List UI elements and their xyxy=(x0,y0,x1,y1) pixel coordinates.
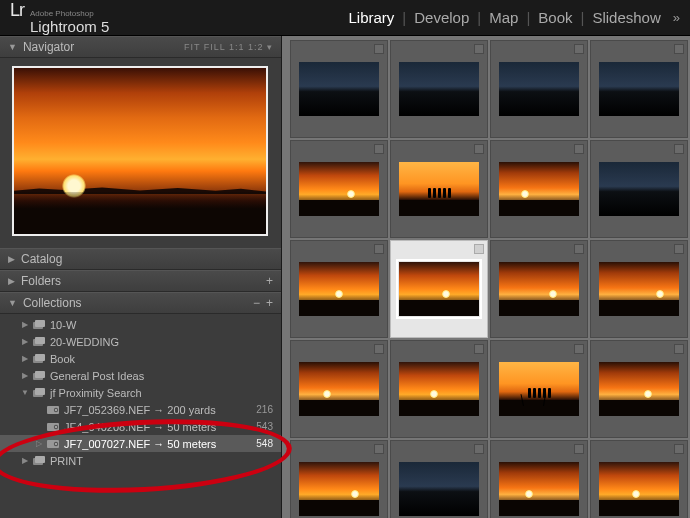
grid-cell[interactable] xyxy=(490,40,588,138)
collection-count: 216 xyxy=(250,404,273,415)
collections-tree: ▶10-W▶20-WEDDING▶Book▶General Post Ideas… xyxy=(0,314,281,475)
cell-badge-icon xyxy=(674,244,684,254)
module-develop[interactable]: Develop xyxy=(406,9,477,26)
thumbnail xyxy=(499,162,579,216)
grid-cell[interactable] xyxy=(290,240,388,338)
grid-cell[interactable] xyxy=(590,140,688,238)
cell-badge-icon xyxy=(674,44,684,54)
thumbnail xyxy=(399,262,479,316)
collection-row[interactable]: JF7_052369.NEF → 200 yards216 xyxy=(0,401,281,418)
navigator-preview[interactable] xyxy=(12,66,268,236)
collections-add-icon[interactable]: + xyxy=(266,296,273,310)
grid-cell[interactable] xyxy=(490,140,588,238)
collection-row[interactable]: ▶General Post Ideas xyxy=(0,367,281,384)
disclosure-icon: ▶ xyxy=(20,354,30,363)
folders-panel-header[interactable]: ▶ Folders + xyxy=(0,270,281,292)
thumbnail xyxy=(499,62,579,116)
cell-badge-icon xyxy=(474,144,484,154)
grid-cell[interactable] xyxy=(390,40,488,138)
collection-set-icon xyxy=(32,371,46,381)
cell-badge-icon xyxy=(574,244,584,254)
disclosure-icon: ▶ xyxy=(20,371,30,380)
thumbnail-grid xyxy=(282,36,690,518)
thumbnail xyxy=(399,362,479,416)
disclosure-icon: ▶ xyxy=(20,320,30,329)
collection-row[interactable]: ▷JF7_007027.NEF → 50 meters548 xyxy=(0,435,281,452)
disclosure-right-icon: ▶ xyxy=(8,276,15,286)
collection-row[interactable]: ▶20-WEDDING xyxy=(0,333,281,350)
collection-set-icon xyxy=(32,456,46,466)
svg-point-15 xyxy=(55,426,57,428)
thumbnail xyxy=(599,462,679,516)
collection-count: 548 xyxy=(250,438,273,449)
cell-badge-icon xyxy=(574,344,584,354)
collection-row[interactable]: ▼jf Proximity Search xyxy=(0,384,281,401)
module-map[interactable]: Map xyxy=(481,9,526,26)
thumbnail xyxy=(299,62,379,116)
collection-row[interactable]: ▶PRINT xyxy=(0,452,281,469)
thumbnail xyxy=(599,362,679,416)
collection-label: JF7_007027.NEF → 50 meters xyxy=(64,438,250,450)
collection-row[interactable]: ▶Book xyxy=(0,350,281,367)
grid-cell[interactable] xyxy=(590,40,688,138)
collection-label: jf Proximity Search xyxy=(50,387,273,399)
grid-cell[interactable] xyxy=(590,240,688,338)
thumbnail xyxy=(499,362,579,416)
grid-cell[interactable] xyxy=(290,440,388,518)
grid-cell[interactable] xyxy=(290,40,388,138)
product-name: Lightroom 5 xyxy=(30,18,109,35)
collection-row[interactable]: ▶10-W xyxy=(0,316,281,333)
cell-badge-icon xyxy=(374,244,384,254)
disclosure-icon: ▷ xyxy=(34,439,44,448)
module-library[interactable]: Library xyxy=(340,9,402,26)
cell-badge-icon xyxy=(474,244,484,254)
disclosure-icon: ▶ xyxy=(20,456,30,465)
collection-label: 10-W xyxy=(50,319,273,331)
catalog-title: Catalog xyxy=(21,252,273,266)
cell-badge-icon xyxy=(574,144,584,154)
collections-minus-icon[interactable]: − xyxy=(253,296,260,310)
thumbnail xyxy=(299,262,379,316)
grid-cell[interactable] xyxy=(590,340,688,438)
grid-cell[interactable] xyxy=(290,340,388,438)
thumbnail xyxy=(599,262,679,316)
collection-count: 543 xyxy=(250,421,273,432)
svg-rect-1 xyxy=(35,320,45,327)
collections-panel-header[interactable]: ▼ Collections − + xyxy=(0,292,281,314)
navigator-panel-header[interactable]: ▼ Navigator FIT FILL 1:1 1:2 ▾ xyxy=(0,36,281,58)
svg-rect-9 xyxy=(35,388,45,395)
cell-badge-icon xyxy=(674,344,684,354)
cell-badge-icon xyxy=(374,344,384,354)
thumbnail xyxy=(299,362,379,416)
navigator-body xyxy=(0,58,281,248)
cell-badge-icon xyxy=(674,444,684,454)
grid-cell[interactable] xyxy=(390,440,488,518)
module-slideshow[interactable]: Slideshow xyxy=(584,9,668,26)
grid-cell[interactable] xyxy=(490,240,588,338)
cell-badge-icon xyxy=(674,144,684,154)
disclosure-down-icon: ▼ xyxy=(8,42,17,52)
catalog-panel-header[interactable]: ▶ Catalog xyxy=(0,248,281,270)
collection-label: PRINT xyxy=(50,455,273,467)
collection-row[interactable]: JF4_040208.NEF → 50 meters543 xyxy=(0,418,281,435)
folders-add-icon[interactable]: + xyxy=(266,274,273,288)
disclosure-icon: ▶ xyxy=(20,337,30,346)
svg-rect-5 xyxy=(35,354,45,361)
folders-title: Folders xyxy=(21,274,260,288)
grid-cell[interactable] xyxy=(490,340,588,438)
smart-collection-icon xyxy=(46,405,60,415)
grid-cell[interactable] xyxy=(390,240,488,338)
grid-cell[interactable] xyxy=(590,440,688,518)
navigator-zoom-controls[interactable]: FIT FILL 1:1 1:2 ▾ xyxy=(184,42,273,52)
smart-collection-icon xyxy=(46,439,60,449)
module-book[interactable]: Book xyxy=(530,9,580,26)
thumbnail xyxy=(599,162,679,216)
cell-badge-icon xyxy=(374,444,384,454)
grid-cell[interactable] xyxy=(290,140,388,238)
grid-cell[interactable] xyxy=(390,340,488,438)
cell-badge-icon xyxy=(374,44,384,54)
grid-cell[interactable] xyxy=(490,440,588,518)
thumbnail xyxy=(399,462,479,516)
grid-cell[interactable] xyxy=(390,140,488,238)
module-more-icon[interactable]: » xyxy=(669,10,680,25)
